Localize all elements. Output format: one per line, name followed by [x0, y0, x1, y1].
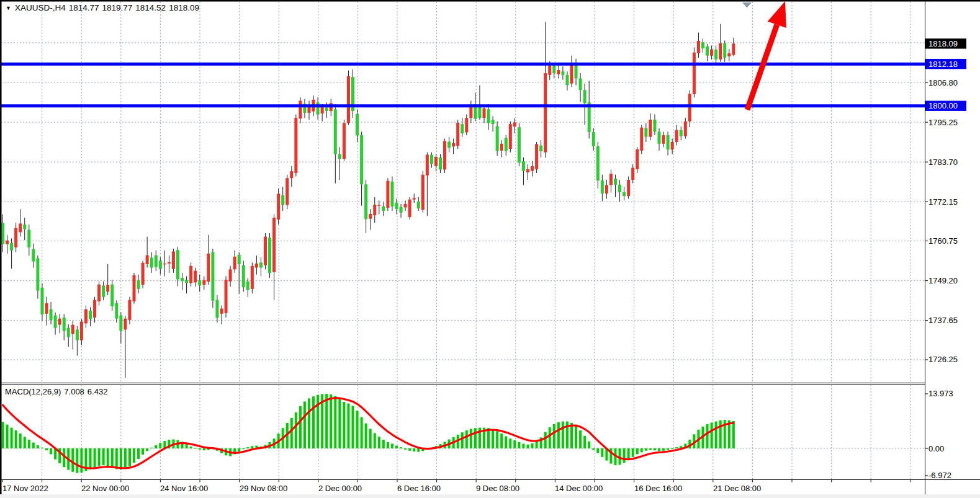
macd-bar: [632, 448, 634, 457]
macd-bar: [527, 445, 529, 448]
macd-bar: [80, 448, 83, 473]
macd-bar: [382, 440, 385, 448]
candle: [294, 118, 297, 173]
macd-bar: [487, 428, 490, 448]
main-panel-surface[interactable]: [1, 2, 925, 383]
macd-bar: [671, 448, 673, 449]
candle: [150, 257, 153, 267]
candle: [110, 285, 114, 306]
candle: [32, 249, 35, 262]
macd-bar: [583, 436, 586, 448]
macd-bar: [413, 448, 415, 451]
candle: [45, 303, 48, 314]
candle: [10, 243, 13, 251]
macd-bar: [317, 395, 319, 448]
current-price-badge: 1818.09: [928, 39, 958, 48]
candle: [680, 130, 683, 136]
candle: [106, 285, 109, 291]
macd-bar: [6, 425, 9, 448]
candle: [277, 193, 280, 220]
candle: [404, 204, 407, 208]
macd-bar: [522, 443, 524, 448]
macd-bar: [369, 429, 372, 449]
candle: [565, 75, 569, 86]
macd-bar: [107, 448, 109, 466]
candle: [719, 43, 722, 60]
macd-bar: [102, 448, 105, 465]
macd-bar: [37, 445, 39, 448]
candle: [281, 195, 284, 205]
candle: [456, 123, 459, 146]
candle: [115, 303, 118, 319]
price-chart[interactable]: 17 Nov 202222 Nov 00:0024 Nov 16:0029 No…: [0, 0, 980, 498]
candle: [268, 238, 271, 273]
candle: [662, 135, 665, 144]
macd-bar: [356, 411, 359, 448]
macd-axis-label: 0.00: [928, 444, 944, 453]
macd-bar: [251, 446, 253, 448]
macd-bar: [203, 448, 205, 450]
candle: [531, 166, 534, 171]
candle: [364, 184, 367, 219]
macd-bar: [11, 428, 13, 448]
symbol-dropdown-icon[interactable]: ▼: [6, 5, 11, 11]
macd-bar: [500, 434, 503, 448]
macd-name: MACD(12,26,9): [5, 387, 61, 396]
candle: [601, 180, 604, 193]
candle: [27, 229, 30, 247]
macd-bar: [474, 428, 477, 448]
candle: [23, 225, 26, 229]
candle: [465, 118, 468, 132]
candle: [382, 207, 385, 211]
high-value: 1819.77: [102, 3, 133, 12]
open-value: 1814.77: [69, 3, 99, 12]
macd-axis-label: -6.972: [928, 471, 951, 480]
candle: [667, 135, 670, 149]
candle: [207, 254, 210, 282]
candle: [334, 109, 337, 154]
candle: [71, 325, 74, 334]
candle: [583, 90, 587, 103]
low-value: 1814.52: [135, 3, 166, 12]
candle: [343, 123, 346, 159]
candle: [168, 262, 171, 264]
candle: [76, 329, 79, 340]
macd-bar: [124, 448, 127, 469]
candle: [636, 149, 639, 169]
macd-bar: [146, 448, 148, 451]
candle: [693, 53, 696, 94]
candle: [487, 109, 490, 123]
macd-bar: [505, 436, 507, 448]
time-axis-label: 21 Dec 08:00: [713, 484, 761, 493]
candle: [579, 78, 582, 90]
candle: [723, 43, 726, 58]
candle: [688, 94, 691, 121]
candle: [369, 214, 372, 219]
candle: [238, 255, 241, 264]
candle: [492, 120, 495, 124]
macd-bar: [408, 448, 411, 451]
macd-bar: [658, 448, 660, 451]
candle: [675, 130, 678, 142]
macd-bar: [242, 448, 245, 449]
macd-bar: [98, 448, 101, 466]
chart-window: 17 Nov 202222 Nov 00:0024 Nov 16:0029 No…: [0, 0, 980, 498]
macd-bar: [553, 424, 555, 448]
macd-bar: [400, 447, 402, 448]
macd-bar: [190, 447, 192, 448]
candle: [509, 124, 512, 149]
candle: [189, 266, 192, 283]
candle: [347, 76, 350, 123]
macd-bar: [45, 448, 48, 450]
macd-bar: [649, 448, 652, 450]
macd-bar: [562, 422, 564, 448]
macd-bar: [645, 448, 647, 451]
time-axis-label: 24 Nov 16:00: [160, 484, 208, 493]
candle: [644, 128, 647, 137]
candle: [211, 252, 214, 301]
candle: [710, 50, 713, 56]
macd-bar: [601, 448, 603, 457]
time-axis-label: 29 Nov 08:00: [240, 484, 287, 493]
macd-bar: [155, 445, 157, 448]
macd-bar: [662, 448, 665, 451]
